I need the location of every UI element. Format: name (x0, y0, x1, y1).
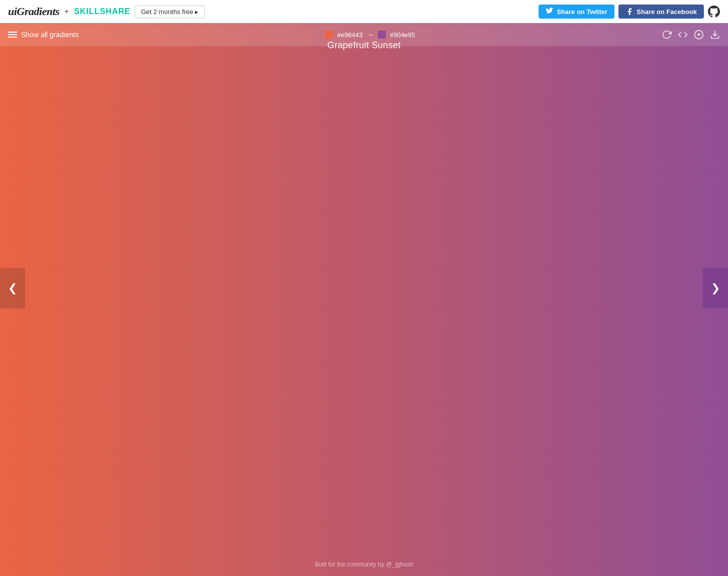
logo: uiGradients (8, 5, 59, 18)
prev-arrow: ❮ (8, 282, 17, 295)
facebook-share-button[interactable]: Share on Facebook (618, 5, 704, 19)
twitter-icon (546, 8, 554, 16)
navbar-right: Share on Twitter Share on Facebook (539, 5, 720, 19)
facebook-btn-label: Share on Facebook (637, 8, 697, 16)
color-info: #e96443 → #904e95 (325, 31, 415, 39)
hamburger-icon (8, 32, 17, 38)
get-months-button[interactable]: Get 2 months free ▸ (135, 6, 205, 18)
twitter-share-button[interactable]: Share on Twitter (539, 5, 614, 19)
top-navbar: uiGradients + SKILLSHARE Get 2 months fr… (0, 0, 728, 23)
code-button[interactable] (678, 30, 688, 40)
download-button[interactable] (710, 30, 720, 40)
refresh-button[interactable] (662, 30, 672, 40)
github-button[interactable] (708, 6, 720, 18)
add-button[interactable] (694, 30, 704, 40)
refresh-icon (662, 30, 672, 40)
skillshare-logo: SKILLSHARE (74, 7, 130, 16)
gradient-background (0, 0, 728, 576)
sub-navbar: Show all gradients #e96443 → #904e95 (0, 23, 728, 46)
show-all-label: Show all gradients (21, 31, 78, 39)
navbar-left: uiGradients + SKILLSHARE Get 2 months fr… (8, 5, 205, 18)
download-icon (710, 30, 720, 40)
color-to-label: #904e95 (390, 31, 415, 39)
arrow-separator: → (367, 31, 374, 39)
color-swatch-to (378, 31, 386, 39)
next-button[interactable]: ❯ (703, 268, 728, 308)
plus-icon (694, 30, 704, 40)
facebook-icon (626, 8, 634, 16)
subnav-actions (662, 30, 720, 40)
next-arrow: ❯ (711, 282, 720, 295)
prev-button[interactable]: ❮ (0, 268, 25, 308)
show-all-gradients[interactable]: Show all gradients (8, 31, 78, 39)
plus-separator: + (64, 7, 69, 16)
twitter-btn-label: Share on Twitter (557, 8, 607, 16)
color-swatch-from (325, 31, 333, 39)
code-icon (678, 30, 688, 40)
github-icon (708, 6, 720, 18)
footer-credit: Built for the community by @_jghosh (315, 561, 413, 568)
color-from-label: #e96443 (337, 31, 363, 39)
